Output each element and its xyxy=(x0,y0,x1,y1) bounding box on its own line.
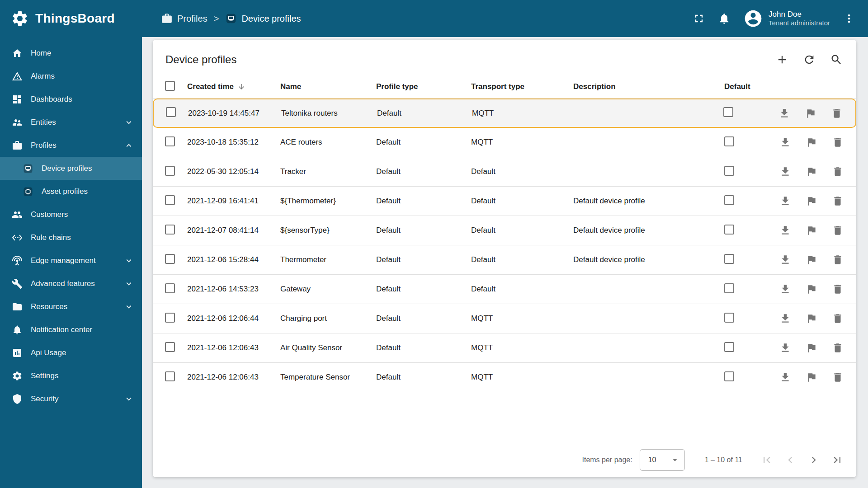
delete-button[interactable] xyxy=(832,166,844,178)
set-default-button[interactable] xyxy=(805,108,816,119)
breadcrumb-item-device-profiles[interactable]: Device profiles xyxy=(225,13,301,24)
search-button[interactable] xyxy=(830,53,843,66)
export-profile-button[interactable] xyxy=(779,283,791,295)
delete-button[interactable] xyxy=(832,342,844,354)
row-checkbox[interactable] xyxy=(165,195,175,205)
default-checkbox[interactable] xyxy=(724,313,734,323)
row-checkbox[interactable] xyxy=(165,342,175,352)
table-row[interactable]: 2023-10-19 14:45:47Teltonika routersDefa… xyxy=(153,99,856,128)
set-default-button[interactable] xyxy=(806,371,817,383)
delete-button[interactable] xyxy=(832,195,844,207)
device-profiles-table: Created time Name Profile type Transport… xyxy=(153,75,856,392)
breadcrumb-item-profiles[interactable]: Profiles xyxy=(161,13,208,24)
delete-button[interactable] xyxy=(832,136,844,148)
set-default-button[interactable] xyxy=(806,254,817,266)
delete-button[interactable] xyxy=(832,371,844,383)
set-default-button[interactable] xyxy=(806,136,817,148)
items-per-page-select[interactable]: 10 xyxy=(640,449,685,471)
sidebar-item-dashboards[interactable]: Dashboards xyxy=(0,88,142,111)
default-checkbox[interactable] xyxy=(724,136,734,146)
user-menu[interactable]: John Doe Tenant administrator xyxy=(743,9,830,28)
refresh-button[interactable] xyxy=(803,53,816,66)
notifications-button[interactable] xyxy=(718,12,731,25)
default-checkbox[interactable] xyxy=(724,254,734,264)
export-profile-button[interactable] xyxy=(779,166,791,178)
export-profile-button[interactable] xyxy=(779,313,791,324)
col-header-default[interactable]: Default xyxy=(724,82,779,91)
sidebar-item-alarms[interactable]: Alarms xyxy=(0,65,142,88)
delete-button[interactable] xyxy=(831,108,843,119)
set-default-button[interactable] xyxy=(806,166,817,178)
sidebar-item-customers[interactable]: Customers xyxy=(0,203,142,226)
sidebar-item-rule-chains[interactable]: Rule chains xyxy=(0,226,142,249)
row-checkbox[interactable] xyxy=(165,313,175,323)
sidebar-item-settings[interactable]: Settings xyxy=(0,364,142,387)
default-checkbox[interactable] xyxy=(724,283,734,293)
row-checkbox[interactable] xyxy=(165,371,175,381)
row-checkbox[interactable] xyxy=(165,166,175,176)
default-checkbox[interactable] xyxy=(724,225,734,235)
default-checkbox[interactable] xyxy=(724,166,734,176)
export-profile-button[interactable] xyxy=(779,342,791,354)
set-default-button[interactable] xyxy=(806,313,817,324)
export-profile-button[interactable] xyxy=(779,225,791,236)
app-logo[interactable]: ThingsBoard xyxy=(0,9,142,28)
sidebar-item-profiles[interactable]: Profiles xyxy=(0,134,142,157)
previous-page-button[interactable] xyxy=(778,448,802,472)
table-row[interactable]: 2021-12-06 15:28:44ThermometerDefaultDef… xyxy=(153,245,856,275)
delete-button[interactable] xyxy=(832,225,844,236)
export-profile-button[interactable] xyxy=(779,136,791,148)
default-checkbox[interactable] xyxy=(724,195,734,205)
sidebar-item-device-profiles[interactable]: Device profiles xyxy=(0,157,142,180)
table-row[interactable]: 2021-12-06 14:53:23GatewayDefaultDefault xyxy=(153,275,856,304)
sidebar-item-entities[interactable]: Entities xyxy=(0,111,142,134)
set-default-button[interactable] xyxy=(806,342,817,354)
delete-button[interactable] xyxy=(832,313,844,324)
set-default-button[interactable] xyxy=(806,283,817,295)
sidebar-item-home[interactable]: Home xyxy=(0,42,142,65)
row-checkbox[interactable] xyxy=(165,136,175,146)
table-row[interactable]: 2023-10-18 15:35:12ACE routersDefaultMQT… xyxy=(153,128,856,157)
sidebar-item-edge-management[interactable]: Edge management xyxy=(0,249,142,272)
sidebar-item-advanced-features[interactable]: Advanced features xyxy=(0,272,142,295)
first-page-button[interactable] xyxy=(755,448,778,472)
table-row[interactable]: 2022-05-30 12:05:14TrackerDefaultDefault xyxy=(153,157,856,187)
sidebar-item-security[interactable]: Security xyxy=(0,387,142,410)
table-row[interactable]: 2021-12-06 12:06:44Charging portDefaultM… xyxy=(153,304,856,333)
next-page-button[interactable] xyxy=(802,448,826,472)
edge-management-icon xyxy=(12,255,23,266)
col-header-transport-type[interactable]: Transport type xyxy=(471,82,573,91)
fullscreen-button[interactable] xyxy=(693,12,705,25)
col-header-name[interactable]: Name xyxy=(280,82,376,91)
set-default-button[interactable] xyxy=(806,195,817,207)
col-header-description[interactable]: Description xyxy=(573,82,724,91)
select-all-checkbox[interactable] xyxy=(165,81,175,91)
table-row[interactable]: 2021-12-07 08:41:14${sensorType}DefaultD… xyxy=(153,216,856,245)
sidebar-item-notification-center[interactable]: Notification center xyxy=(0,318,142,341)
sidebar-item-resources[interactable]: Resources xyxy=(0,295,142,318)
table-row[interactable]: 2021-12-06 12:06:43Temperature SensorDef… xyxy=(153,363,856,392)
table-row[interactable]: 2021-12-09 16:41:41${Thermometer}Default… xyxy=(153,187,856,216)
delete-button[interactable] xyxy=(832,283,844,295)
last-page-button[interactable] xyxy=(826,448,849,472)
col-header-created-time[interactable]: Created time xyxy=(187,82,280,91)
export-profile-button[interactable] xyxy=(778,108,790,119)
sidebar-item-api-usage[interactable]: Api Usage xyxy=(0,341,142,364)
set-default-button[interactable] xyxy=(806,225,817,236)
table-row[interactable]: 2021-12-06 12:06:43Air Quality SensorDef… xyxy=(153,333,856,363)
default-checkbox[interactable] xyxy=(724,371,734,381)
default-checkbox[interactable] xyxy=(724,342,734,352)
row-checkbox[interactable] xyxy=(165,283,175,293)
row-checkbox[interactable] xyxy=(166,107,176,117)
export-profile-button[interactable] xyxy=(779,254,791,266)
export-profile-button[interactable] xyxy=(779,371,791,383)
delete-button[interactable] xyxy=(832,254,844,266)
export-profile-button[interactable] xyxy=(779,195,791,207)
default-checkbox[interactable] xyxy=(723,107,733,117)
row-checkbox[interactable] xyxy=(165,225,175,235)
more-menu-button[interactable] xyxy=(843,12,855,25)
add-device-profile-button[interactable] xyxy=(776,53,788,66)
sidebar-item-asset-profiles[interactable]: Asset profiles xyxy=(0,180,142,203)
col-header-profile-type[interactable]: Profile type xyxy=(376,82,471,91)
row-checkbox[interactable] xyxy=(165,254,175,264)
